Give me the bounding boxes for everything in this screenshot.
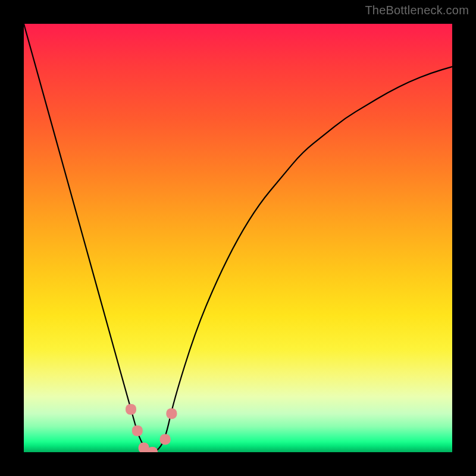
curve-marker — [160, 434, 171, 444]
curve-marker — [166, 408, 177, 419]
curve-marker — [126, 404, 136, 415]
marker-group — [126, 404, 177, 452]
bottleneck-curve — [24, 24, 452, 452]
chart-svg — [24, 24, 452, 452]
chart-container: TheBottleneck.com — [0, 0, 476, 476]
curve-marker — [132, 425, 143, 436]
plot-area — [24, 24, 452, 452]
attribution-text: TheBottleneck.com — [365, 4, 469, 17]
